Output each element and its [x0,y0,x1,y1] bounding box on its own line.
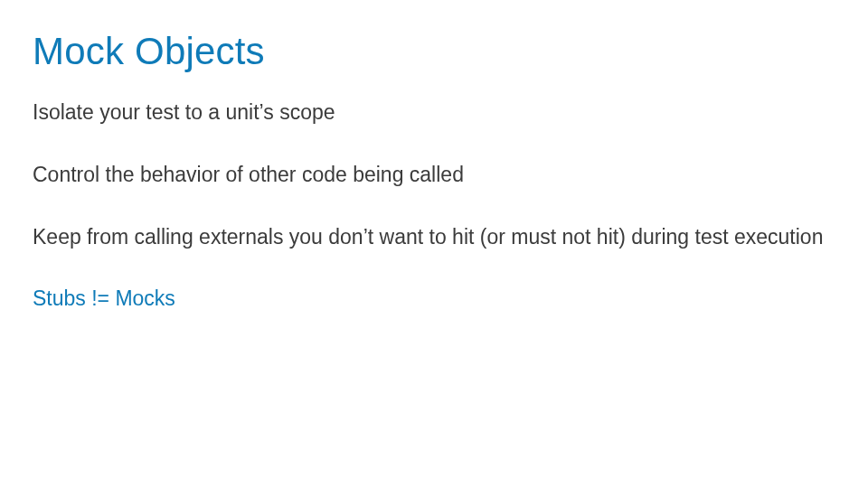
slide-title: Mock Objects [33,31,832,72]
bullet-3: Keep from calling externals you don’t wa… [33,224,828,250]
slide: Mock Objects Isolate your test to a unit… [0,0,868,488]
bullet-4-emphasis: Stubs != Mocks [33,286,828,312]
bullet-2: Control the behavior of other code being… [33,162,828,188]
bullet-1: Isolate your test to a unit’s scope [33,99,828,126]
